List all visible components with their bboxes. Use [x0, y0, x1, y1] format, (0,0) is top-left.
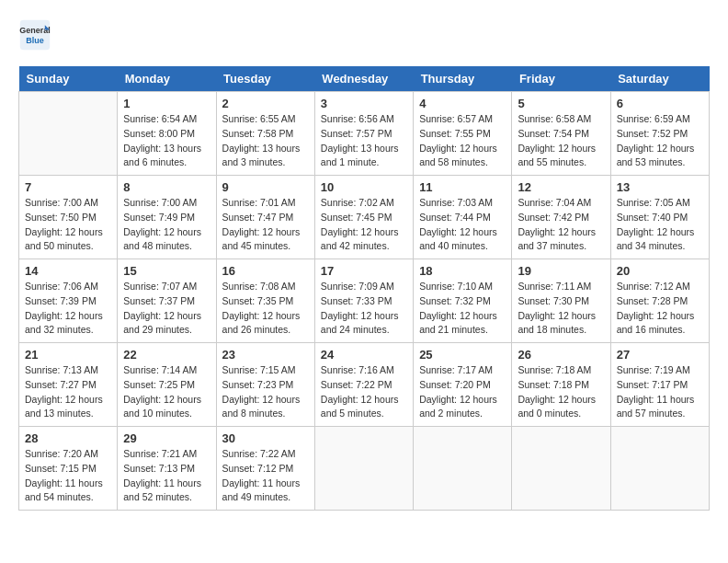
calendar-cell: 10Sunrise: 7:02 AM Sunset: 7:45 PM Dayli…: [314, 176, 413, 259]
day-info: Sunrise: 7:08 AM Sunset: 7:35 PM Dayligh…: [222, 280, 309, 338]
day-number: 16: [222, 264, 309, 278]
day-number: 15: [123, 264, 210, 278]
day-info: Sunrise: 7:22 AM Sunset: 7:12 PM Dayligh…: [222, 447, 309, 505]
day-info: Sunrise: 7:01 AM Sunset: 7:47 PM Dayligh…: [222, 196, 309, 254]
day-info: Sunrise: 6:56 AM Sunset: 7:57 PM Dayligh…: [321, 112, 407, 170]
calendar-cell: [414, 427, 512, 511]
calendar-cell: 16Sunrise: 7:08 AM Sunset: 7:35 PM Dayli…: [216, 259, 314, 343]
day-number: 12: [518, 180, 604, 194]
day-info: Sunrise: 7:13 AM Sunset: 7:27 PM Dayligh…: [25, 363, 111, 421]
week-row-5: 28Sunrise: 7:20 AM Sunset: 7:15 PM Dayli…: [19, 427, 710, 511]
day-number: 7: [25, 180, 111, 194]
day-number: 4: [419, 97, 506, 110]
calendar-cell: 30Sunrise: 7:22 AM Sunset: 7:12 PM Dayli…: [216, 427, 314, 511]
calendar-cell: 28Sunrise: 7:20 AM Sunset: 7:15 PM Dayli…: [19, 427, 118, 511]
day-number: 9: [222, 180, 309, 194]
header-day-saturday: Saturday: [610, 66, 709, 92]
header-day-sunday: Sunday: [19, 66, 118, 92]
calendar-cell: 29Sunrise: 7:21 AM Sunset: 7:13 PM Dayli…: [118, 427, 216, 511]
day-info: Sunrise: 6:55 AM Sunset: 7:58 PM Dayligh…: [222, 112, 309, 170]
logo: General Blue: [18, 18, 57, 52]
calendar-cell: 24Sunrise: 7:16 AM Sunset: 7:22 PM Dayli…: [314, 343, 413, 427]
calendar-cell: 26Sunrise: 7:18 AM Sunset: 7:18 PM Dayli…: [512, 343, 610, 427]
week-row-4: 21Sunrise: 7:13 AM Sunset: 7:27 PM Dayli…: [19, 343, 710, 427]
header-day-friday: Friday: [512, 66, 610, 92]
day-info: Sunrise: 7:03 AM Sunset: 7:44 PM Dayligh…: [419, 196, 506, 254]
calendar-cell: 20Sunrise: 7:12 AM Sunset: 7:28 PM Dayli…: [610, 259, 709, 343]
calendar-cell: 2Sunrise: 6:55 AM Sunset: 7:58 PM Daylig…: [216, 92, 314, 176]
day-info: Sunrise: 7:18 AM Sunset: 7:18 PM Dayligh…: [518, 363, 604, 421]
day-info: Sunrise: 7:11 AM Sunset: 7:30 PM Dayligh…: [518, 280, 604, 338]
day-number: 3: [321, 97, 407, 110]
day-info: Sunrise: 7:20 AM Sunset: 7:15 PM Dayligh…: [25, 447, 111, 505]
day-number: 14: [25, 264, 111, 278]
calendar-cell: 21Sunrise: 7:13 AM Sunset: 7:27 PM Dayli…: [19, 343, 118, 427]
calendar-cell: 6Sunrise: 6:59 AM Sunset: 7:52 PM Daylig…: [610, 92, 709, 176]
day-number: 24: [321, 348, 407, 362]
day-info: Sunrise: 7:04 AM Sunset: 7:42 PM Dayligh…: [518, 196, 604, 254]
calendar-cell: 7Sunrise: 7:00 AM Sunset: 7:50 PM Daylig…: [19, 176, 118, 259]
day-number: 6: [617, 97, 703, 110]
calendar-cell: 25Sunrise: 7:17 AM Sunset: 7:20 PM Dayli…: [414, 343, 512, 427]
calendar-cell: 3Sunrise: 6:56 AM Sunset: 7:57 PM Daylig…: [314, 92, 413, 176]
logo-icon: General Blue: [18, 18, 51, 52]
calendar-cell: 14Sunrise: 7:06 AM Sunset: 7:39 PM Dayli…: [19, 259, 118, 343]
calendar-cell: 11Sunrise: 7:03 AM Sunset: 7:44 PM Dayli…: [414, 176, 512, 259]
calendar-cell: [610, 427, 709, 511]
day-number: 22: [123, 348, 210, 362]
day-number: 27: [617, 348, 703, 362]
calendar-cell: 19Sunrise: 7:11 AM Sunset: 7:30 PM Dayli…: [512, 259, 610, 343]
day-number: 18: [419, 264, 506, 278]
calendar-cell: [314, 427, 413, 511]
header-day-wednesday: Wednesday: [314, 66, 413, 92]
week-row-3: 14Sunrise: 7:06 AM Sunset: 7:39 PM Dayli…: [19, 259, 710, 343]
day-number: 20: [617, 264, 703, 278]
calendar-cell: 9Sunrise: 7:01 AM Sunset: 7:47 PM Daylig…: [216, 176, 314, 259]
day-info: Sunrise: 7:02 AM Sunset: 7:45 PM Dayligh…: [321, 196, 407, 254]
day-info: Sunrise: 7:16 AM Sunset: 7:22 PM Dayligh…: [321, 363, 407, 421]
day-info: Sunrise: 7:21 AM Sunset: 7:13 PM Dayligh…: [123, 447, 210, 505]
calendar-cell: 15Sunrise: 7:07 AM Sunset: 7:37 PM Dayli…: [118, 259, 216, 343]
day-info: Sunrise: 6:58 AM Sunset: 7:54 PM Dayligh…: [518, 112, 604, 170]
calendar-cell: 18Sunrise: 7:10 AM Sunset: 7:32 PM Dayli…: [414, 259, 512, 343]
calendar-cell: 27Sunrise: 7:19 AM Sunset: 7:17 PM Dayli…: [610, 343, 709, 427]
day-number: 2: [222, 97, 309, 110]
day-number: 28: [25, 431, 111, 445]
day-info: Sunrise: 7:06 AM Sunset: 7:39 PM Dayligh…: [25, 280, 111, 338]
day-info: Sunrise: 7:07 AM Sunset: 7:37 PM Dayligh…: [123, 280, 210, 338]
day-info: Sunrise: 6:54 AM Sunset: 8:00 PM Dayligh…: [123, 112, 210, 170]
day-number: 26: [518, 348, 604, 362]
calendar-cell: 8Sunrise: 7:00 AM Sunset: 7:49 PM Daylig…: [118, 176, 216, 259]
day-info: Sunrise: 6:57 AM Sunset: 7:55 PM Dayligh…: [419, 112, 506, 170]
day-number: 11: [419, 180, 506, 194]
calendar-cell: 17Sunrise: 7:09 AM Sunset: 7:33 PM Dayli…: [314, 259, 413, 343]
svg-text:Blue: Blue: [26, 36, 44, 45]
day-info: Sunrise: 7:05 AM Sunset: 7:40 PM Dayligh…: [617, 196, 703, 254]
day-number: 13: [617, 180, 703, 194]
calendar-cell: 4Sunrise: 6:57 AM Sunset: 7:55 PM Daylig…: [414, 92, 512, 176]
calendar-table: SundayMondayTuesdayWednesdayThursdayFrid…: [18, 66, 710, 511]
day-info: Sunrise: 7:14 AM Sunset: 7:25 PM Dayligh…: [123, 363, 210, 421]
day-info: Sunrise: 7:19 AM Sunset: 7:17 PM Dayligh…: [617, 363, 703, 421]
day-number: 10: [321, 180, 407, 194]
week-row-1: 1Sunrise: 6:54 AM Sunset: 8:00 PM Daylig…: [19, 92, 710, 176]
day-info: Sunrise: 6:59 AM Sunset: 7:52 PM Dayligh…: [617, 112, 703, 170]
day-number: 23: [222, 348, 309, 362]
calendar-cell: 23Sunrise: 7:15 AM Sunset: 7:23 PM Dayli…: [216, 343, 314, 427]
calendar-cell: 22Sunrise: 7:14 AM Sunset: 7:25 PM Dayli…: [118, 343, 216, 427]
header-day-thursday: Thursday: [414, 66, 512, 92]
calendar-cell: [512, 427, 610, 511]
day-number: 17: [321, 264, 407, 278]
day-number: 29: [123, 431, 210, 445]
header: General Blue: [18, 18, 710, 52]
calendar-cell: 5Sunrise: 6:58 AM Sunset: 7:54 PM Daylig…: [512, 92, 610, 176]
day-number: 19: [518, 264, 604, 278]
day-info: Sunrise: 7:10 AM Sunset: 7:32 PM Dayligh…: [419, 280, 506, 338]
day-info: Sunrise: 7:15 AM Sunset: 7:23 PM Dayligh…: [222, 363, 309, 421]
day-info: Sunrise: 7:00 AM Sunset: 7:49 PM Dayligh…: [123, 196, 210, 254]
day-info: Sunrise: 7:09 AM Sunset: 7:33 PM Dayligh…: [321, 280, 407, 338]
week-row-2: 7Sunrise: 7:00 AM Sunset: 7:50 PM Daylig…: [19, 176, 710, 259]
calendar-cell: [19, 92, 118, 176]
day-info: Sunrise: 7:12 AM Sunset: 7:28 PM Dayligh…: [617, 280, 703, 338]
day-number: 25: [419, 348, 506, 362]
